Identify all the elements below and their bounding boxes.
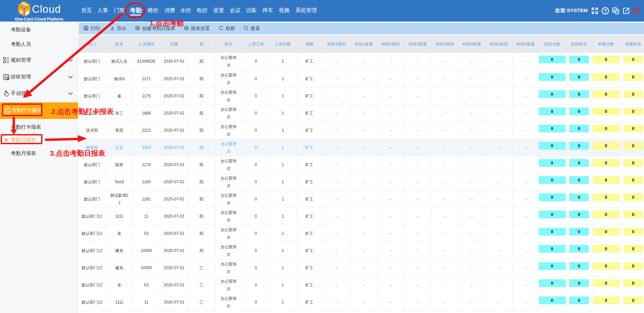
svg-text:A: A	[616, 10, 618, 14]
svg-text:?: ?	[604, 8, 607, 13]
